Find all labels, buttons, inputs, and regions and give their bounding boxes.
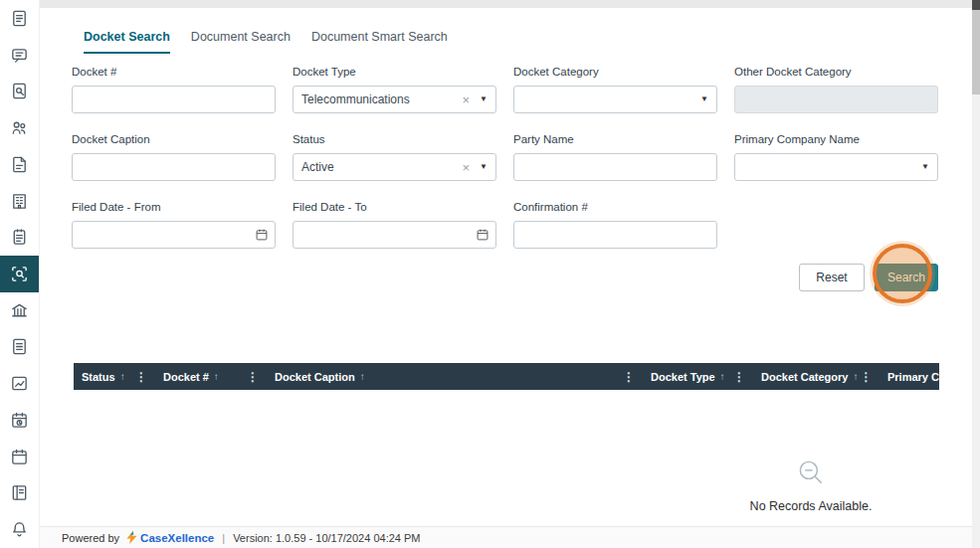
- date-text[interactable]: [81, 228, 255, 242]
- sidebar-item-notes[interactable]: [0, 219, 39, 256]
- notes-icon: [10, 228, 29, 247]
- field-party-name: Party Name: [513, 133, 717, 181]
- sidebar-item-documents[interactable]: [0, 0, 39, 37]
- form-actions: Reset Search: [799, 264, 938, 291]
- messages-icon: [10, 46, 29, 65]
- casexellence-logo-icon: [126, 531, 137, 544]
- footer: Powered by CaseXellence | Version: 1.0.5…: [40, 526, 972, 548]
- sidebar-item-messages[interactable]: [0, 37, 39, 74]
- sidebar-item-pending-schedule[interactable]: [0, 402, 39, 439]
- chevron-down-icon: ▼: [700, 95, 708, 103]
- field-label: Filed Date - To: [293, 201, 496, 214]
- other-docket-category-input: [734, 86, 938, 113]
- sidebar-item-calendar[interactable]: [0, 439, 39, 475]
- sidebar-item-users[interactable]: [0, 109, 39, 146]
- field-label: Docket Type: [293, 66, 496, 79]
- calendar-icon: [10, 448, 29, 466]
- status-select[interactable]: Active × ▼: [293, 153, 496, 181]
- sidebar-item-document-search[interactable]: [0, 73, 39, 109]
- smart-search-icon: [10, 265, 29, 283]
- no-records-search-icon: [794, 456, 828, 489]
- filed-date-to-input[interactable]: [293, 221, 496, 249]
- filed-date-from-input[interactable]: [72, 221, 276, 249]
- column-header-status[interactable]: Status ↑ ⋮: [74, 363, 155, 390]
- sidebar: [0, 0, 40, 548]
- primary-company-select[interactable]: ▼: [734, 153, 938, 181]
- selected-value: Active: [301, 160, 462, 174]
- sidebar-item-invoices[interactable]: [0, 146, 39, 183]
- calendar-clock-icon: [10, 411, 29, 430]
- column-header-docket-number[interactable]: Docket # ↑ ⋮: [155, 363, 267, 390]
- chevron-down-icon: ▼: [921, 163, 929, 171]
- column-header-docket-type[interactable]: Docket Type ↑ ⋮: [643, 363, 753, 390]
- docket-category-select[interactable]: ▼: [513, 86, 717, 113]
- sort-asc-icon: ↑: [120, 371, 125, 382]
- scrollbar-up-button[interactable]: [972, 0, 980, 10]
- calendar-icon[interactable]: [476, 228, 490, 242]
- clear-icon[interactable]: ×: [462, 161, 470, 174]
- empty-state: No Records Available.: [672, 456, 939, 513]
- results-table: Status ↑ ⋮ Docket # ↑ ⋮ Docket Caption ↑…: [74, 363, 939, 526]
- search-button[interactable]: Search: [875, 264, 938, 291]
- docket-caption-input[interactable]: [72, 153, 276, 181]
- report-icon: [10, 337, 29, 356]
- clear-icon[interactable]: ×: [462, 93, 470, 106]
- invoice-icon: [10, 155, 29, 174]
- field-docket-type: Docket Type Telecommunications × ▼: [293, 66, 496, 113]
- column-header-docket-caption[interactable]: Docket Caption ↑ ⋮: [267, 363, 643, 390]
- reset-button[interactable]: Reset: [799, 264, 865, 291]
- field-label: Primary Company Name: [734, 133, 938, 146]
- scrollbar-thumb[interactable]: [972, 10, 980, 94]
- field-other-docket-category: Other Docket Category: [734, 66, 938, 113]
- footer-separator: |: [222, 532, 225, 544]
- column-menu-icon[interactable]: ⋮: [133, 370, 149, 384]
- column-menu-icon[interactable]: ⋮: [858, 370, 874, 384]
- field-status: Status Active × ▼: [293, 133, 496, 181]
- date-text[interactable]: [301, 228, 476, 242]
- table-body: No Records Available.: [74, 390, 939, 526]
- top-strip: [40, 0, 972, 8]
- column-menu-icon[interactable]: ⋮: [245, 370, 261, 384]
- chevron-down-icon: ▼: [480, 95, 488, 103]
- org-building-icon: [10, 192, 29, 211]
- field-confirmation-number: Confirmation #: [513, 201, 717, 249]
- selected-value: Telecommunications: [301, 92, 462, 106]
- chevron-down-icon: ▼: [480, 163, 488, 171]
- field-label: Docket Caption: [72, 133, 276, 146]
- sidebar-item-analytics[interactable]: [0, 365, 39, 402]
- confirmation-number-input[interactable]: [513, 221, 717, 249]
- sidebar-item-ledger[interactable]: [0, 475, 39, 512]
- field-primary-company-name: Primary Company Name ▼: [734, 133, 938, 181]
- field-docket-number: Docket #: [72, 66, 276, 113]
- field-label: Filed Date - From: [72, 201, 276, 214]
- column-header-docket-category[interactable]: Docket Category ↑ ⋮: [753, 363, 880, 390]
- sort-asc-icon: ↑: [720, 371, 725, 382]
- search-tabs: Docket Search Document Search Document S…: [84, 30, 448, 54]
- bank-icon: [10, 301, 29, 320]
- column-header-primary-company[interactable]: Primary Cor: [880, 363, 939, 390]
- sidebar-item-organizations[interactable]: [0, 183, 39, 220]
- field-docket-category: Docket Category ▼: [513, 66, 717, 113]
- sidebar-item-bank[interactable]: [0, 292, 39, 329]
- sidebar-item-smart-search[interactable]: [0, 256, 39, 292]
- sidebar-item-notifications[interactable]: [0, 511, 39, 548]
- sidebar-item-reports[interactable]: [0, 329, 39, 366]
- field-label: Confirmation #: [513, 201, 717, 214]
- field-filed-date-from: Filed Date - From: [72, 201, 276, 249]
- party-name-input[interactable]: [513, 153, 717, 181]
- field-label: Docket Category: [513, 66, 717, 79]
- field-label: Docket #: [72, 66, 276, 79]
- field-docket-caption: Docket Caption: [72, 133, 276, 181]
- docket-number-input[interactable]: [72, 86, 276, 113]
- table-header-row: Status ↑ ⋮ Docket # ↑ ⋮ Docket Caption ↑…: [74, 363, 939, 390]
- sort-asc-icon: ↑: [360, 371, 365, 382]
- tab-document-search[interactable]: Document Search: [191, 30, 291, 54]
- docket-type-select[interactable]: Telecommunications × ▼: [293, 86, 496, 113]
- column-menu-icon[interactable]: ⋮: [731, 370, 747, 384]
- column-menu-icon[interactable]: ⋮: [621, 370, 637, 384]
- calendar-icon[interactable]: [255, 228, 269, 242]
- field-label: Party Name: [513, 133, 717, 146]
- ledger-icon: [10, 483, 29, 502]
- tab-document-smart-search[interactable]: Document Smart Search: [311, 30, 448, 54]
- tab-docket-search[interactable]: Docket Search: [84, 30, 170, 54]
